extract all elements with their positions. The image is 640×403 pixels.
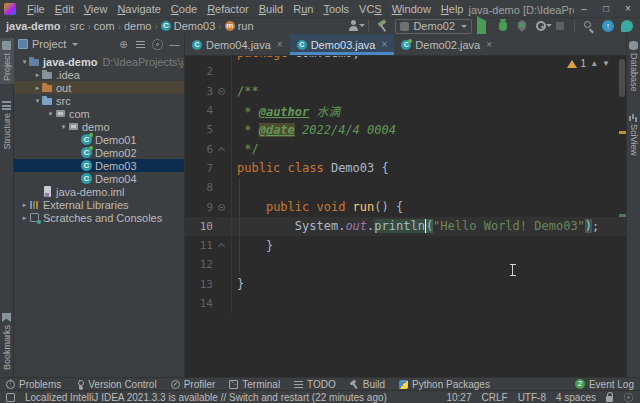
code-line-2[interactable]: 2 [185,62,626,81]
error-stripe-identifier-mark[interactable] [619,214,626,217]
tree-row-src[interactable]: ▾src [14,94,184,107]
code-line-5[interactable]: 5 * @date 2022/4/4 0004 [185,120,626,139]
toolwindow-problems[interactable]: Problems [6,379,61,390]
tree-row-out[interactable]: ▸out [14,81,184,94]
code-line-7[interactable]: 7public class Demo03 { [185,159,626,178]
editor-content[interactable]: 1package com.demo;23/**4 * @author 水滴5 *… [185,56,626,377]
tool-window-switcher-icon[interactable] [6,393,15,402]
tree-row-java-demo-iml[interactable]: java-demo.iml [14,185,184,198]
run-configuration-select[interactable]: Demo02 [395,19,472,34]
settings-gear-icon[interactable] [624,392,633,401]
tree-chevron-icon[interactable]: ▸ [33,71,42,79]
tree-row-java-demo[interactable]: ▾java-demoD:\IdeaProjects\java-demo [14,55,184,68]
code-line-9[interactable]: 9 public void run() { [185,197,626,216]
fold-marker-icon[interactable] [213,146,229,153]
update-available-icon[interactable]: ↑ [601,19,615,33]
tree-row-demo03[interactable]: CDemo03 [14,159,184,172]
project-panel-title[interactable]: Project [32,38,66,50]
fold-marker-icon[interactable] [213,204,229,211]
tree-row-idea[interactable]: ▸.idea [14,68,184,81]
close-icon[interactable]: × [486,39,492,50]
tab-demo04-java[interactable]: CDemo04.java× [185,34,290,55]
toolwindow-terminal[interactable]: Terminal [229,379,280,390]
event-log-button[interactable]: 2 Event Log [575,379,634,390]
code-with-me-icon[interactable] [620,19,634,33]
tree-chevron-icon[interactable]: ▾ [46,110,55,118]
menu-help[interactable]: Help [436,3,469,15]
code-line-11[interactable]: 11 } [185,236,626,255]
code-line-6[interactable]: 6 */ [185,139,626,158]
tree-row-demo[interactable]: ▾demo [14,120,184,133]
tool-stripe-database[interactable]: Database [627,38,640,95]
stop-button[interactable] [553,19,567,33]
code-line-10[interactable]: 10 System.out.println("Hello World! Demo… [185,217,626,236]
intellij-logo-icon[interactable] [4,3,16,15]
close-button[interactable]: × [618,1,638,17]
breadcrumb-item-demo03[interactable]: CDemo03 [161,20,216,32]
tool-stripe-structure[interactable]: Structure [0,98,14,153]
tree-row-com[interactable]: ▾com [14,107,184,120]
tree-chevron-icon[interactable]: ▸ [20,214,29,222]
tree-chevron-icon[interactable]: ▾ [33,97,42,105]
profiler-button[interactable] [534,19,548,33]
tree-row-demo01[interactable]: CDemo01 [14,133,184,146]
menu-run[interactable]: Run [288,3,318,15]
menu-window[interactable]: Window [387,3,436,15]
tree-row-external-libraries[interactable]: ▸External Libraries [14,198,184,211]
prev-warning-icon[interactable]: ▲ [590,59,598,68]
tree-row-demo02[interactable]: CDemo02 [14,146,184,159]
chevron-down-icon[interactable] [72,43,78,46]
toolwindow-version-control[interactable]: Version Control [75,379,156,390]
run-button[interactable] [477,19,491,33]
locate-file-icon[interactable]: ⊕ [118,39,129,50]
menu-file[interactable]: File [22,3,50,15]
code-line-13[interactable]: 13} [185,275,626,294]
debug-button[interactable] [496,19,510,33]
tab-demo02-java[interactable]: CDemo02.java× [394,34,499,55]
breadcrumb-item-run[interactable]: mrun [225,20,254,32]
menu-tools[interactable]: Tools [318,3,354,15]
line-separator[interactable]: CRLF [482,392,508,403]
search-everywhere-icon[interactable] [582,19,596,33]
readonly-lock-icon[interactable] [606,396,613,402]
toolwindow-todo[interactable]: TODO [294,379,336,390]
breadcrumb-item-src[interactable]: src [70,20,85,32]
menu-code[interactable]: Code [166,3,202,15]
close-icon[interactable]: × [382,39,388,50]
collapse-all-icon[interactable] [135,39,146,50]
menu-vcs[interactable]: VCS [354,3,387,15]
hide-panel-icon[interactable]: — [169,39,180,50]
tab-demo03-java[interactable]: CDemo03.java× [290,34,395,55]
fold-marker-icon[interactable] [213,242,229,249]
toolwindow-build[interactable]: Build [350,379,385,390]
breadcrumb-item-com[interactable]: com [94,20,115,32]
tree-chevron-icon[interactable]: ▸ [33,84,42,92]
tree-row-scratches-and-consoles[interactable]: ▸Scratches and Consoles [14,211,184,224]
maximize-button[interactable]: □ [596,1,616,17]
code-line-4[interactable]: 4 * @author 水滴 [185,101,626,120]
next-warning-icon[interactable]: ▼ [602,59,610,68]
code-line-12[interactable]: 12 [185,255,626,274]
code-line-14[interactable]: 14 [185,294,626,313]
toolwindow-python-packages[interactable]: Python Packages [399,379,490,390]
tool-stripe-sciview[interactable]: SciView [627,109,640,159]
error-stripe-warning-mark[interactable] [619,131,626,134]
caret-position[interactable]: 10:27 [446,392,471,403]
menu-build[interactable]: Build [254,3,288,15]
code-line-3[interactable]: 3/** [185,82,626,101]
code-line-8[interactable]: 8 [185,178,626,197]
tree-chevron-icon[interactable]: ▾ [59,123,68,131]
gear-icon[interactable] [152,39,163,50]
tool-stripe-project[interactable]: Project [0,38,14,84]
menu-navigate[interactable]: Navigate [112,3,165,15]
breadcrumb-item-demo[interactable]: demo [124,20,152,32]
tool-stripe-bookmarks[interactable]: Bookmarks [0,310,14,373]
menu-refactor[interactable]: Refactor [202,3,254,15]
editor-scrollbar[interactable] [619,59,625,97]
menu-view[interactable]: View [79,3,113,15]
file-encoding[interactable]: UTF-8 [518,392,546,403]
close-icon[interactable]: × [277,39,283,50]
tree-chevron-icon[interactable]: ▾ [20,58,29,66]
build-hammer-icon[interactable] [376,19,390,33]
breadcrumb-item-java-demo[interactable]: java-demo [6,20,60,32]
